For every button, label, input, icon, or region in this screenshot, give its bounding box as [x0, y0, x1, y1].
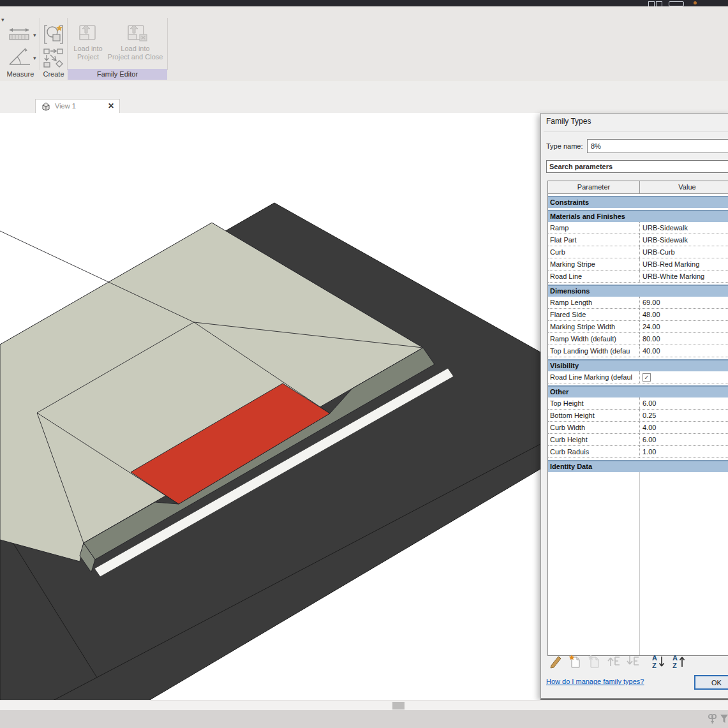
title-bar: [0, 0, 728, 6]
load-into-project-close-icon[interactable]: [126, 23, 149, 43]
value-cell[interactable]: 69.00: [639, 297, 728, 308]
value-cell[interactable]: URB-White Marking: [639, 271, 728, 282]
create-workflow-icon[interactable]: [42, 47, 65, 70]
measure-ruler-icon[interactable]: [8, 26, 32, 42]
view-tab[interactable]: View 1 ✕: [35, 99, 120, 114]
value-cell[interactable]: 4.00: [639, 422, 728, 433]
svg-text:A: A: [652, 654, 657, 662]
horizontal-scrollbar[interactable]: [0, 700, 728, 711]
view-3d-icon: [41, 101, 51, 112]
value-cell[interactable]: 24.00: [639, 321, 728, 332]
value-cell[interactable]: 6.00: [639, 397, 728, 409]
parameter-cell: Top Landing Width (defau: [548, 345, 639, 357]
table-row: Marking Stripe Width24.00: [548, 321, 728, 333]
dialog-title: Family Types: [546, 117, 591, 126]
value-cell[interactable]: URB-Red Marking: [639, 258, 728, 270]
move-up-icon[interactable]: [606, 653, 620, 669]
status-bar: [0, 710, 728, 728]
table-row: RampURB-Sidewalk: [548, 222, 728, 234]
load-into-project-button[interactable]: Load into Project: [66, 45, 110, 61]
table-row: Flared Side48.00: [548, 309, 728, 321]
family-types-dialog: Family Types Type name: Parameter Value …: [540, 113, 728, 699]
checkbox-checked[interactable]: ✓: [643, 373, 651, 382]
section-header[interactable]: Visibility: [548, 359, 728, 371]
status-filter-icon[interactable]: [720, 713, 728, 725]
button-label-line2: Project and Close: [105, 53, 166, 61]
type-name-input[interactable]: [587, 139, 728, 153]
section-header[interactable]: Other: [548, 385, 728, 397]
panel-label-family-editor[interactable]: Family Editor: [68, 69, 167, 80]
value-cell[interactable]: URB-Sidewalk: [639, 234, 728, 246]
value-cell[interactable]: ✓: [639, 371, 728, 383]
section-header[interactable]: Materials and Finishes: [548, 210, 728, 222]
table-row: Road LineURB-White Marking: [548, 271, 728, 283]
section-header[interactable]: Identity Data: [548, 460, 728, 472]
new-type-icon[interactable]: [568, 653, 582, 669]
view-tab-label: View 1: [55, 102, 76, 110]
sort-descending-icon[interactable]: A Z: [671, 653, 685, 669]
search-parameters-input[interactable]: [546, 160, 728, 173]
table-row: Top Landing Width (defau40.00: [548, 345, 728, 357]
value-cell[interactable]: 80.00: [639, 333, 728, 345]
dialog-toolbar: A Z A Z: [541, 651, 728, 672]
value-cell[interactable]: 48.00: [639, 309, 728, 320]
column-header-value[interactable]: Value: [640, 181, 728, 193]
parameter-cell: Marking Stripe: [548, 258, 639, 270]
move-down-icon[interactable]: [625, 653, 639, 669]
table-row: Ramp Length69.00: [548, 297, 728, 309]
parameter-cell: Bottom Height: [548, 410, 639, 421]
value-cell[interactable]: 0.25: [639, 410, 728, 421]
chevron-down-icon[interactable]: ▾: [33, 32, 36, 38]
create-geometry-icon[interactable]: [42, 23, 65, 46]
ok-button[interactable]: OK: [694, 675, 728, 690]
parameter-cell: Curb Width: [548, 422, 639, 433]
parameter-table: Parameter Value ConstraintsMaterials and…: [547, 181, 728, 656]
load-into-project-icon[interactable]: [77, 23, 99, 43]
chevron-down-icon[interactable]: ▾: [1, 17, 4, 23]
load-into-project-close-button[interactable]: Load into Project and Close: [105, 45, 166, 61]
table-row: Flat PartURB-Sidewalk: [548, 234, 728, 246]
svg-text:A: A: [672, 654, 678, 662]
sort-ascending-icon[interactable]: A Z: [651, 653, 665, 669]
panel-label-create[interactable]: Create: [40, 69, 67, 80]
value-cell[interactable]: 6.00: [639, 434, 728, 445]
parameter-cell: Ramp: [548, 222, 639, 234]
parameter-cell: Flat Part: [548, 234, 639, 246]
panel-separator: [40, 18, 40, 70]
panel-separator: [67, 18, 68, 70]
column-divider: [639, 472, 640, 655]
scrollbar-thumb[interactable]: [392, 702, 405, 709]
model-viewport[interactable]: [0, 113, 540, 700]
table-row: Marking StripeURB-Red Marking: [548, 258, 728, 271]
divider: [544, 131, 728, 132]
revit-family-editor-window: { "title_bar": { "icons": ["window-squar…: [0, 0, 728, 728]
help-link[interactable]: How do I manage family types?: [546, 678, 644, 685]
edit-parameter-icon[interactable]: [549, 653, 563, 669]
button-label-line1: Load into: [66, 45, 110, 53]
column-header-parameter[interactable]: Parameter: [548, 181, 640, 193]
value-cell[interactable]: 1.00: [639, 446, 728, 457]
duplicate-type-icon[interactable]: [587, 653, 601, 669]
measure-angle-icon[interactable]: [8, 46, 32, 66]
table-row: CurbURB-Curb: [548, 246, 728, 258]
value-cell[interactable]: URB-Sidewalk: [639, 222, 728, 234]
close-icon[interactable]: ✕: [108, 101, 114, 110]
parameter-cell: Curb: [548, 246, 639, 258]
section-header[interactable]: Constraints: [548, 196, 728, 208]
parameter-cell: Top Height: [548, 397, 639, 409]
panel-label-measure[interactable]: Measure: [3, 69, 38, 80]
table-row: Curb Raduis1.00: [548, 446, 728, 458]
button-label-line2: Project: [66, 53, 110, 61]
status-key-icon[interactable]: [707, 713, 717, 725]
value-cell[interactable]: URB-Curb: [639, 246, 728, 258]
button-label-line1: Load into: [105, 45, 166, 53]
chevron-down-icon[interactable]: ▾: [33, 55, 36, 61]
section-header[interactable]: Dimensions: [548, 285, 728, 297]
table-row: Top Height6.00: [548, 397, 728, 410]
window-rect-icon[interactable]: [669, 1, 684, 6]
accent-dot-icon: [694, 1, 697, 4]
table-row: Road Line Marking (defaul✓: [548, 371, 728, 383]
table-empty-area: [548, 472, 728, 655]
table-row: Curb Height6.00: [548, 434, 728, 446]
value-cell[interactable]: 40.00: [639, 345, 728, 357]
